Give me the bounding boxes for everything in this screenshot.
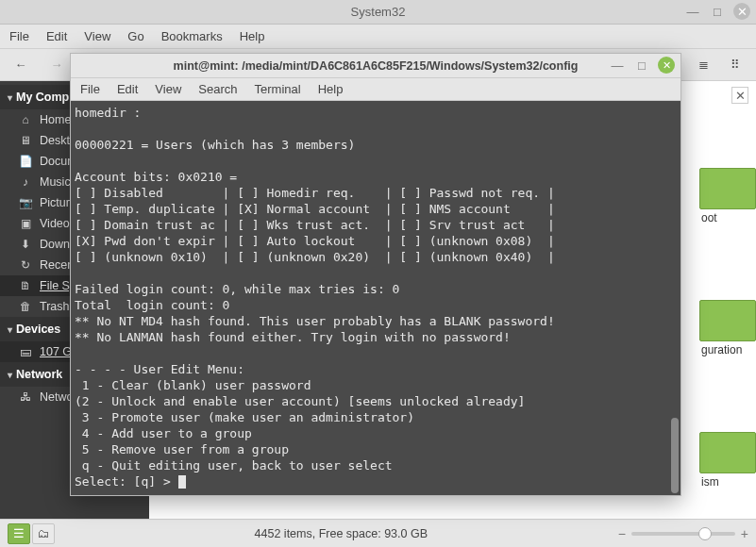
term-menubar: File Edit View Search Terminal Help <box>71 78 680 101</box>
back-icon[interactable]: ← <box>8 53 34 77</box>
cursor-icon <box>178 475 186 489</box>
term-line: [ ] Domain trust ac | [ ] Wks trust act.… <box>75 218 555 232</box>
fm-window-title: System32 <box>0 5 756 19</box>
term-line: 1 - Clear (blank) user password <box>75 378 311 392</box>
term-line: 4 - Add user to a group <box>75 426 252 440</box>
menu-terminal[interactable]: Terminal <box>255 82 301 96</box>
terminal-output[interactable]: homedir : 00000221 = Users (which has 3 … <box>71 101 680 495</box>
menu-view[interactable]: View <box>155 82 181 96</box>
tree-toggle-icon[interactable]: 🗂 <box>32 523 55 544</box>
desktop-icon: 🖥 <box>19 134 32 147</box>
term-line: [ ] Disabled | [ ] Homedir req. | [ ] Pa… <box>75 186 555 200</box>
folder-icon[interactable] <box>699 168 756 209</box>
trash-icon: 🗑 <box>19 300 32 313</box>
maximize-icon[interactable]: □ <box>709 3 726 20</box>
close-panel-icon[interactable]: ✕ <box>731 87 748 104</box>
recent-icon: ↻ <box>19 258 32 272</box>
close-icon[interactable]: ✕ <box>733 3 750 20</box>
maximize-icon[interactable]: □ <box>633 57 650 74</box>
downloads-icon: ⬇ <box>19 238 32 251</box>
forward-icon[interactable]: → <box>43 53 70 77</box>
home-icon: ⌂ <box>19 113 32 126</box>
menu-search[interactable]: Search <box>198 82 237 96</box>
term-line: Total login count: 0 <box>75 298 229 312</box>
pictures-icon: 📷 <box>19 196 32 209</box>
term-line: Failed login count: 0, while max tries i… <box>75 282 399 296</box>
menu-bookmarks[interactable]: Bookmarks <box>161 29 223 43</box>
term-prompt: Select: [q] > <box>75 474 178 489</box>
zoom-slider[interactable]: − + <box>618 526 748 541</box>
term-title: mint@mint: /media/mint/DA6C861A6C85F215/… <box>71 59 680 73</box>
fm-menubar: File Edit View Go Bookmarks Help <box>0 25 756 49</box>
menu-help[interactable]: Help <box>240 29 265 43</box>
menu-go[interactable]: Go <box>127 29 143 43</box>
menu-file[interactable]: File <box>9 29 29 43</box>
term-line: [ ] Temp. duplicate | [X] Normal account… <box>75 202 555 216</box>
menu-edit[interactable]: Edit <box>117 82 138 96</box>
term-titlebar[interactable]: mint@mint: /media/mint/DA6C861A6C85F215/… <box>71 54 680 78</box>
fm-statusbar: ☰ 🗂 4452 items, Free space: 93.0 GB − + <box>0 519 756 547</box>
term-line: ** No LANMAN hash found either. Try logi… <box>75 330 511 344</box>
documents-icon: 📄 <box>19 155 32 168</box>
term-line: 3 - Promote user (make user an administr… <box>75 410 414 424</box>
minimize-icon[interactable]: — <box>684 3 701 20</box>
status-text: 4452 items, Free space: 93.0 GB <box>64 527 618 540</box>
music-icon: ♪ <box>19 175 32 189</box>
term-line: 00000221 = Users (which has 3 members) <box>75 138 355 152</box>
term-line: homedir : <box>75 106 141 120</box>
term-line: [ ] (unknown 0x10) | [ ] (unknown 0x20) … <box>75 250 555 264</box>
folder-icon[interactable] <box>699 300 756 341</box>
term-line: 5 - Remove user from a group <box>75 442 289 456</box>
network-icon: 🖧 <box>19 390 32 404</box>
terminal-scrollbar[interactable] <box>671 107 679 489</box>
chevron-down-icon: ▾ <box>8 324 12 335</box>
terminal-window: mint@mint: /media/mint/DA6C861A6C85F215/… <box>70 53 681 496</box>
zoom-thumb[interactable] <box>698 527 712 540</box>
close-icon[interactable]: ✕ <box>658 57 675 74</box>
minimize-icon[interactable]: — <box>609 57 626 74</box>
chevron-down-icon: ▾ <box>8 92 12 103</box>
term-line: q - Quit editing user, back to user sele… <box>75 458 393 472</box>
term-line: [X] Pwd don't expir | [ ] Auto lockout |… <box>75 234 555 248</box>
term-line: - - - - User Edit Menu: <box>75 362 244 376</box>
term-line: ** No NT MD4 hash found. This user proba… <box>75 314 555 328</box>
filesystem-icon: 🗎 <box>19 279 32 292</box>
term-line: Account bits: 0x0210 = <box>75 170 237 184</box>
menu-view[interactable]: View <box>84 29 110 43</box>
zoom-out-icon[interactable]: − <box>618 526 626 541</box>
menu-file[interactable]: File <box>80 82 100 96</box>
places-toggle-icon[interactable]: ☰ <box>8 523 30 544</box>
videos-icon: ▣ <box>19 217 32 230</box>
zoom-in-icon[interactable]: + <box>741 526 748 541</box>
term-line: (2 - Unlock and enable user account) [se… <box>75 394 525 408</box>
compact-view-icon[interactable]: ⠿ <box>722 53 748 77</box>
fm-titlebar: System32 — □ ✕ <box>0 0 756 25</box>
scrollbar-thumb[interactable] <box>671 418 679 493</box>
menu-help[interactable]: Help <box>318 82 344 96</box>
list-view-icon[interactable]: ≣ <box>690 53 716 77</box>
drive-icon: 🖴 <box>19 345 32 358</box>
chevron-down-icon: ▾ <box>8 370 12 380</box>
zoom-track[interactable] <box>631 532 735 536</box>
menu-edit[interactable]: Edit <box>46 29 67 43</box>
